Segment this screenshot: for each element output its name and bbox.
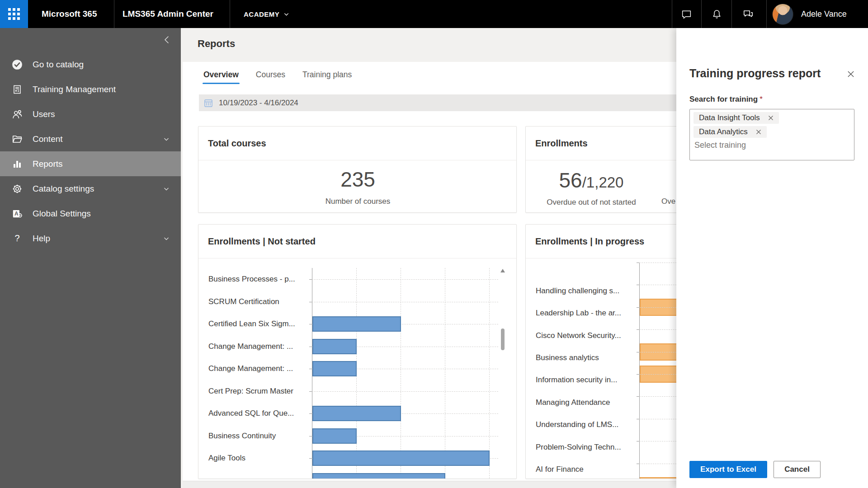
sidebar-navigation: Go to catalogTraining ManagementUsersCon… [0, 28, 181, 488]
category-label: Agile Tools [208, 447, 311, 469]
sidebar-item-help[interactable]: ?Help [0, 226, 181, 251]
bar[interactable] [312, 316, 401, 332]
chart-title: Enrollments | Not started [208, 236, 316, 247]
tenant-name: ACADEMY [244, 10, 279, 18]
chip-remove-button[interactable] [756, 129, 761, 135]
vertical-gridline [401, 268, 401, 479]
enrollments-total-count: /1,220 [582, 174, 624, 191]
category-label: Managing Attendance [536, 391, 638, 413]
bar[interactable] [312, 450, 490, 466]
cancel-button[interactable]: Cancel [774, 461, 821, 478]
required-asterisk: * [760, 95, 763, 103]
chevron-down-icon [163, 235, 170, 244]
sidebar-item-users[interactable]: Users [0, 102, 181, 127]
admin-icon: A [11, 208, 23, 220]
reports-tabs: OverviewCoursesTraining plans [203, 66, 353, 86]
sidebar-item-label: Catalog settings [33, 184, 94, 194]
chip-remove-button[interactable] [768, 115, 774, 121]
tab-label: Training plans [302, 70, 352, 79]
training-chip: Data Analytics [693, 126, 767, 138]
scroll-up-icon[interactable] [500, 269, 505, 272]
waffle-icon [8, 8, 20, 20]
chevron-down-icon [283, 11, 290, 18]
bar[interactable] [312, 428, 357, 444]
category-label: Certified Lean Six Sigm... [208, 313, 311, 335]
tab-overview[interactable]: Overview [203, 66, 240, 86]
gear-icon [11, 183, 23, 195]
chat-button[interactable] [674, 0, 698, 28]
chevron-down-icon [163, 136, 170, 145]
enrollments-caption: Overdue out of not started [526, 198, 657, 207]
bar[interactable] [312, 361, 357, 376]
enrollments-overdue-stat: 56/1,220 Overdue out of not started [526, 168, 657, 207]
sidebar-item-label: Go to catalog [33, 60, 84, 70]
total-courses-card: Total courses 235 Number of courses [198, 126, 517, 213]
user-avatar[interactable] [772, 4, 793, 25]
user-name[interactable]: Adele Vance [801, 0, 847, 28]
sidebar-item-content[interactable]: Content [0, 127, 181, 151]
brand-home-link[interactable]: Microsoft 365 [42, 0, 97, 28]
card-title: Total courses [208, 138, 266, 149]
bar[interactable] [312, 339, 357, 354]
label-text: Search for training [689, 95, 758, 103]
chart-scrollbar[interactable] [499, 268, 506, 476]
horizontal-gridline [312, 279, 498, 280]
tenant-dropdown[interactable]: ACADEMY [244, 0, 290, 28]
category-label: Handling challenging s... [536, 280, 638, 302]
card-header: Enrollments | Not started [198, 225, 516, 258]
export-to-excel-button[interactable]: Export to Excel [689, 461, 767, 478]
bar-chart-icon [11, 158, 23, 170]
sidebar-item-label: Content [33, 134, 63, 144]
close-button[interactable] [846, 70, 856, 80]
vertical-gridline [445, 268, 445, 479]
admin-center-title: LMS365 Admin Center [123, 0, 213, 28]
card-header: Total courses [198, 127, 516, 160]
vertical-gridline [489, 268, 490, 479]
svg-text:A: A [14, 211, 19, 217]
sidebar-item-global-settings[interactable]: AGlobal Settings [0, 201, 181, 226]
document-icon [11, 84, 23, 95]
sidebar-item-label: Reports [33, 159, 63, 169]
feedback-icon [742, 8, 754, 20]
category-label: Cert Prep: Scrum Master [208, 380, 311, 403]
enrollments-value: 56/1,220 [526, 168, 657, 192]
bell-icon [711, 9, 722, 20]
feedback-button[interactable] [736, 0, 760, 28]
bar[interactable] [312, 473, 445, 479]
enrollments-not-started-card: Enrollments | Not started Business Proce… [198, 224, 517, 479]
training-multiselect-input[interactable]: Data Insight ToolsData Analytics Select … [689, 109, 854, 160]
total-courses-value: 235 [198, 167, 517, 192]
divider [731, 0, 732, 28]
active-tab-underline [203, 83, 240, 84]
sidebar-item-label: Help [33, 234, 50, 244]
sidebar-item-label: Users [33, 109, 55, 119]
divider [672, 0, 672, 28]
category-label: Business Continuity [208, 425, 311, 447]
date-range-value: 10/19/2023 - 4/16/2024 [219, 99, 298, 108]
horizontal-scrollbar[interactable] [183, 481, 676, 488]
notifications-button[interactable] [704, 0, 729, 28]
tab-label: Courses [256, 70, 285, 79]
category-label: Leadership Lab - the ar... [536, 302, 638, 324]
users-icon [11, 108, 23, 120]
tab-training-plans[interactable]: Training plans [302, 66, 353, 86]
enrollments-caption-fragment: Ove [661, 197, 675, 206]
scrollbar-thumb[interactable] [501, 328, 505, 350]
app-launcher-button[interactable] [0, 0, 28, 28]
sidebar-item-catalog-settings[interactable]: Catalog settings [0, 176, 181, 201]
category-label: AI for Finance [536, 458, 638, 479]
category-label: SCRUM Certification [208, 291, 311, 313]
category-label: Understanding of LMS... [536, 413, 638, 436]
bar[interactable] [312, 406, 401, 421]
sidebar-item-reports[interactable]: Reports [0, 151, 181, 176]
tab-courses[interactable]: Courses [255, 66, 286, 86]
sidebar-item-go-to-catalog[interactable]: Go to catalog [0, 52, 181, 77]
category-label: Information security in... [536, 369, 638, 391]
sidebar-item-training-management[interactable]: Training Management [0, 77, 181, 102]
divider [230, 0, 230, 28]
category-label: Change Management: ... [208, 335, 311, 358]
tab-label: Overview [203, 70, 239, 79]
question-icon: ? [11, 233, 23, 244]
sidebar-collapse-button[interactable] [162, 34, 173, 45]
close-icon [846, 70, 855, 79]
